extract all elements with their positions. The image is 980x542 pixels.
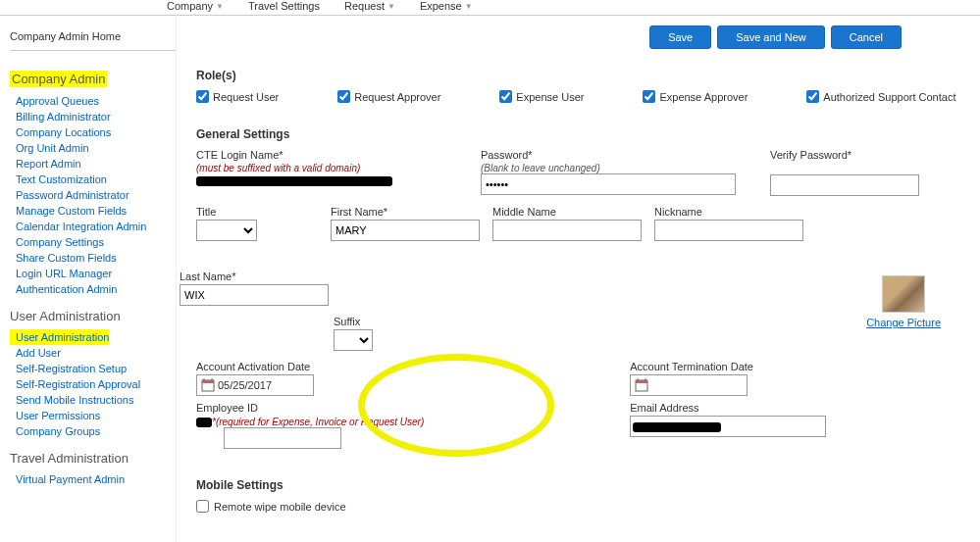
sidebar-link-password-administrator[interactable]: Password Administrator (10, 187, 176, 203)
password-hint: (Blank to leave unchanged) (481, 163, 736, 173)
sidebar-link-text-customization[interactable]: Text Customization (10, 172, 176, 187)
sidebar-link-report-admin[interactable]: Report Admin (10, 156, 176, 172)
action-button-row: Save Save and New Cancel (196, 25, 902, 49)
sidebar-link-self-registration-setup[interactable]: Self-Registration Setup (10, 361, 176, 376)
email-label: Email Address (630, 402, 826, 414)
remote-wipe-label: Remote wipe mobile device (214, 501, 346, 513)
role-request-approver-checkbox[interactable] (337, 90, 350, 103)
first-name-input[interactable] (331, 220, 480, 241)
sidebar-home-title[interactable]: Company Admin Home (10, 30, 176, 51)
cte-login-hint: (must be suffixed with a valid domain) (196, 163, 392, 173)
sidebar-header-company-admin: Company Admin (10, 71, 107, 87)
cancel-button[interactable]: Cancel (831, 25, 902, 49)
sidebar: Company Admin Home Company Admin Approva… (0, 16, 177, 542)
sidebar-link-user-administration[interactable]: User Administration (10, 329, 109, 345)
redacted-asterisk (196, 418, 212, 427)
chevron-down-icon: ▼ (465, 2, 473, 11)
redacted-email (633, 422, 721, 432)
sidebar-link-self-registration-approval[interactable]: Self-Registration Approval (10, 376, 176, 392)
termination-date-input[interactable] (630, 374, 748, 396)
calendar-icon (201, 378, 215, 392)
sidebar-header-user-admin: User Administration (10, 309, 176, 323)
role-expense-user[interactable]: Expense User (499, 90, 584, 103)
sidebar-link-login-url-manager[interactable]: Login URL Manager (10, 266, 176, 281)
nav-travel-settings[interactable]: Travel Settings (248, 0, 320, 12)
roles-row: Request User Request Approver Expense Us… (196, 90, 960, 103)
profile-picture-block: Change Picture (866, 275, 941, 328)
middle-name-input[interactable] (492, 220, 642, 241)
role-request-user-checkbox[interactable] (196, 90, 209, 103)
role-request-approver[interactable]: Request Approver (337, 90, 440, 103)
suffix-select[interactable] (334, 329, 373, 351)
last-name-input[interactable] (180, 284, 329, 306)
nav-company[interactable]: Company▼ (167, 0, 224, 12)
employee-id-input[interactable] (224, 427, 341, 449)
nav-request[interactable]: Request▼ (344, 0, 395, 12)
role-authorized-support-contact[interactable]: Authorized Support Contact (806, 90, 955, 103)
chevron-down-icon: ▼ (216, 2, 224, 11)
suffix-label: Suffix (334, 316, 373, 327)
role-expense-approver[interactable]: Expense Approver (643, 90, 748, 103)
verify-password-label: Verify Password* (770, 149, 919, 161)
nav-expense[interactable]: Expense▼ (420, 0, 473, 12)
activation-date-input[interactable]: 05/25/2017 (196, 374, 314, 396)
nickname-input[interactable] (654, 220, 803, 241)
sidebar-link-company-settings[interactable]: Company Settings (10, 234, 176, 250)
password-label: Password* (481, 149, 736, 161)
sidebar-link-add-user[interactable]: Add User (10, 345, 176, 361)
middle-name-label: Middle Name (492, 206, 642, 218)
sidebar-link-manage-custom-fields[interactable]: Manage Custom Fields (10, 203, 176, 219)
sidebar-header-travel-admin: Travel Administration (10, 451, 176, 466)
role-request-user[interactable]: Request User (196, 90, 279, 103)
sidebar-link-virtual-payment-admin[interactable]: Virtual Payment Admin (10, 471, 176, 487)
sidebar-link-user-permissions[interactable]: User Permissions (10, 408, 176, 423)
sidebar-link-billing-administrator[interactable]: Billing Administrator (10, 109, 176, 124)
role-expense-approver-checkbox[interactable] (643, 90, 655, 103)
save-button[interactable]: Save (649, 25, 711, 49)
redacted-login (196, 176, 392, 186)
remote-wipe-checkbox[interactable] (196, 500, 209, 513)
chevron-down-icon: ▼ (387, 2, 395, 11)
nickname-label: Nickname (654, 206, 803, 218)
sidebar-link-authentication-admin[interactable]: Authentication Admin (10, 281, 176, 297)
role-expense-user-checkbox[interactable] (499, 90, 512, 103)
roles-heading: Role(s) (196, 69, 960, 82)
role-authorized-support-contact-checkbox[interactable] (806, 90, 819, 103)
sidebar-link-org-unit-admin[interactable]: Org Unit Admin (10, 140, 176, 156)
sidebar-link-company-locations[interactable]: Company Locations (10, 124, 176, 140)
general-settings-heading: General Settings (196, 127, 960, 141)
mobile-settings-heading: Mobile Settings (196, 478, 960, 492)
title-label: Title (196, 206, 257, 218)
sidebar-link-share-custom-fields[interactable]: Share Custom Fields (10, 250, 176, 266)
verify-password-input[interactable] (770, 174, 919, 196)
termination-date-label: Account Termination Date (630, 361, 826, 372)
employee-id-hint: *(required for Expense, Invoice or Reque… (212, 417, 424, 427)
top-navigation: Company▼ Travel Settings Request▼ Expens… (0, 0, 980, 16)
last-name-label: Last Name* (180, 271, 329, 282)
activation-date-label: Account Activation Date (196, 361, 424, 372)
cte-login-label: CTE Login Name* (196, 149, 392, 161)
employee-id-label: Employee ID (196, 402, 424, 414)
profile-picture-thumbnail (882, 275, 925, 313)
main-content: Save Save and New Cancel Role(s) Request… (177, 16, 980, 542)
sidebar-link-send-mobile-instructions[interactable]: Send Mobile Instructions (10, 392, 176, 408)
save-and-new-button[interactable]: Save and New (717, 25, 825, 49)
first-name-label: First Name* (331, 206, 480, 218)
calendar-icon (635, 378, 648, 392)
title-select[interactable] (196, 220, 257, 241)
password-input[interactable] (481, 173, 736, 195)
sidebar-link-company-groups[interactable]: Company Groups (10, 423, 176, 439)
change-picture-link[interactable]: Change Picture (866, 317, 941, 328)
sidebar-link-approval-queues[interactable]: Approval Queues (10, 93, 176, 109)
sidebar-link-calendar-integration-admin[interactable]: Calendar Integration Admin (10, 219, 176, 234)
